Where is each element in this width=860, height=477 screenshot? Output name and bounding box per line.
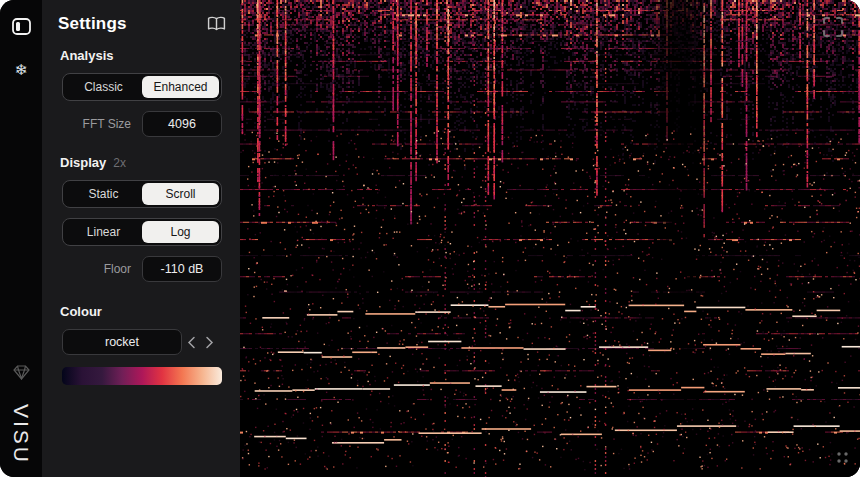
- colour-section-label: Colour: [60, 304, 226, 319]
- rail-top-group: ❄: [8, 13, 34, 83]
- sidebar-toggle-icon[interactable]: [8, 13, 34, 39]
- snowflake-glyph: ❄: [15, 63, 28, 78]
- resize-handle-icon[interactable]: [835, 450, 850, 469]
- spectrogram-canvas: [240, 0, 860, 477]
- rail-bottom-group: VISU: [8, 360, 34, 465]
- scale-toggle: Linear Log: [62, 218, 222, 246]
- fullscreen-icon[interactable]: [822, 16, 844, 42]
- left-rail: ❄ VISU: [0, 0, 42, 477]
- fft-size-row: FFT Size 4096: [62, 111, 222, 137]
- chevron-right-icon[interactable]: [200, 331, 218, 353]
- palette-row: rocket: [62, 329, 222, 355]
- analysis-section-label: Analysis: [60, 48, 226, 63]
- app-window: ❄ VISU Settings Analy: [0, 0, 860, 477]
- display-section-label: Display 2x: [60, 155, 226, 170]
- fft-size-label: FFT Size: [62, 117, 142, 131]
- settings-title: Settings: [58, 14, 127, 34]
- enhanced-option[interactable]: Enhanced: [142, 76, 219, 98]
- analysis-label-text: Analysis: [60, 48, 113, 63]
- log-option[interactable]: Log: [142, 221, 219, 243]
- settings-panel: Settings Analysis Classic Enhanced FFT S…: [42, 0, 240, 477]
- fft-size-value[interactable]: 4096: [142, 111, 222, 137]
- analysis-mode-toggle: Classic Enhanced: [62, 73, 222, 101]
- scroll-option[interactable]: Scroll: [142, 183, 219, 205]
- colour-label-text: Colour: [60, 304, 102, 319]
- display-scale-badge: 2x: [113, 156, 126, 170]
- display-mode-toggle: Static Scroll: [62, 180, 222, 208]
- book-icon[interactable]: [207, 16, 226, 32]
- brand-logo: VISU: [9, 404, 33, 465]
- linear-option[interactable]: Linear: [65, 221, 142, 243]
- floor-value[interactable]: -110 dB: [142, 256, 222, 282]
- palette-select[interactable]: rocket: [62, 329, 182, 355]
- snowflake-icon[interactable]: ❄: [8, 57, 34, 83]
- static-option[interactable]: Static: [65, 183, 142, 205]
- diamond-icon[interactable]: [8, 360, 34, 386]
- floor-label: Floor: [62, 262, 142, 276]
- spectrogram-area: [240, 0, 860, 477]
- chevron-left-icon[interactable]: [182, 331, 200, 353]
- panel-header: Settings: [58, 14, 226, 34]
- classic-option[interactable]: Classic: [65, 76, 142, 98]
- colormap-gradient: [62, 367, 222, 385]
- floor-row: Floor -110 dB: [62, 256, 222, 282]
- display-label-text: Display: [60, 155, 106, 170]
